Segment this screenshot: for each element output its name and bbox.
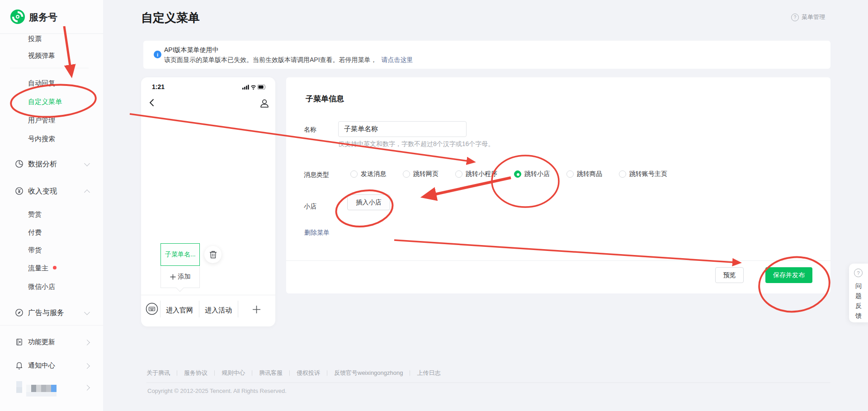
sidebar-item-user-management[interactable]: 用户管理: [28, 116, 55, 125]
form-divider: [286, 260, 830, 261]
sidebar-section-income[interactable]: 收入变现: [0, 186, 103, 197]
bar-divider: [160, 301, 160, 317]
official-account-logo-icon: [10, 9, 25, 24]
radio-label: 跳转账号主页: [629, 170, 667, 178]
question-mark-icon: ?: [854, 269, 863, 277]
sidebar-item-traffic[interactable]: 流量主: [28, 264, 48, 273]
compass-icon: [15, 308, 24, 317]
stop-menu-link[interactable]: 请点击这里: [381, 56, 413, 63]
add-menu-icon[interactable]: [252, 305, 261, 314]
sidebar-item-video-danmu[interactable]: 视频弹幕: [28, 51, 55, 60]
save-publish-button[interactable]: 保存并发布: [765, 267, 812, 283]
sidebar-section-ads-services[interactable]: 广告与服务: [0, 307, 103, 318]
menu-bar-divider: [141, 295, 275, 295]
page-title: 自定义菜单: [141, 10, 200, 26]
footer-link-terms[interactable]: 服务协议: [184, 369, 208, 377]
pie-chart-icon: [15, 160, 24, 168]
chevron-down-icon: [84, 309, 90, 315]
message-type-label: 消息类型: [304, 171, 329, 179]
copyright-text: Copyright © 2012-2025 Tencent. All Right…: [147, 387, 287, 394]
account-name: 服务号: [29, 11, 57, 24]
sidebar-item-vote[interactable]: 投票: [28, 34, 42, 43]
sidebar-section-data-analytics[interactable]: 数据分析: [0, 159, 103, 170]
submenu-form-card: 子菜单信息 名称 仅支持中英文和数字，字数不超过8个汉字或16个字母。 消息类型…: [286, 77, 830, 293]
submenu-selected-item[interactable]: 子菜单名...: [160, 243, 200, 266]
feedback-panel[interactable]: ? 问题反馈: [849, 264, 868, 322]
sidebar-section-label: 收入变现: [28, 187, 57, 196]
delete-menu-link[interactable]: 删除菜单: [304, 229, 330, 237]
radio-label: 跳转小程序: [466, 170, 497, 178]
radio-send-message[interactable]: 发送消息: [350, 170, 386, 178]
footer-link-feedback-account[interactable]: 反馈官号weixingongzhong: [334, 369, 403, 377]
sidebar-item-label: 功能更新: [28, 338, 55, 346]
yuan-circle-icon: [15, 187, 24, 195]
menu-bar-item-official-site[interactable]: 进入官网: [166, 306, 193, 315]
delete-submenu-button[interactable]: [204, 246, 222, 263]
name-hint: 仅支持中英文和数字，字数不超过8个汉字或16个字母。: [338, 140, 494, 148]
chevron-down-icon: [84, 161, 90, 166]
bar-divider: [199, 301, 199, 317]
chevron-right-icon: [84, 340, 90, 345]
radio-jump-product[interactable]: 跳转商品: [566, 170, 602, 178]
phone-preview: 1:21 子菜单名... 添加 进入官网: [141, 77, 275, 326]
radio-jump-miniprogram[interactable]: 跳转小程序: [455, 170, 497, 178]
radio-jump-webpage[interactable]: 跳转网页: [403, 170, 439, 178]
insert-store-button[interactable]: 插入小店: [347, 194, 390, 210]
menu-bar-item-activity[interactable]: 进入活动: [205, 306, 232, 315]
radio-jump-account-home[interactable]: 跳转账号主页: [619, 170, 667, 178]
footer-link-about[interactable]: 关于腾讯: [146, 369, 170, 377]
message-type-options: 发送消息 跳转网页 跳转小程序 跳转小店 跳转商品 跳转账号主页: [350, 170, 667, 178]
footer-link-support[interactable]: 腾讯客服: [259, 369, 283, 377]
plus-icon: [170, 274, 176, 280]
name-label: 名称: [304, 126, 316, 134]
notification-dot: [53, 266, 57, 269]
radio-label: 跳转商品: [577, 170, 602, 178]
chevron-right-icon: [84, 363, 90, 369]
sidebar-item-custom-menu[interactable]: 自定义菜单: [28, 97, 62, 106]
sidebar-item-paid[interactable]: 付费: [28, 228, 42, 237]
profile-icon[interactable]: [259, 99, 269, 109]
radio-circle-icon: [455, 170, 462, 178]
status-icons: [242, 84, 267, 90]
feedback-label: 问题反馈: [855, 281, 862, 321]
footer-link-upload-log[interactable]: 上传日志: [417, 369, 440, 377]
keyboard-toggle-icon[interactable]: [146, 302, 158, 315]
radio-label: 跳转小店: [524, 170, 550, 178]
radio-circle-icon: [566, 170, 574, 178]
api-menu-notice-banner: i API版本菜单使用中 该页面显示的菜单版本已失效。当前生效版本请调用API查…: [143, 41, 830, 69]
sidebar-item-reward[interactable]: 赞赏: [28, 210, 42, 219]
radio-jump-store[interactable]: 跳转小店: [514, 170, 550, 178]
menu-help-label: 菜单管理: [802, 13, 825, 21]
footer-link-rules[interactable]: 规则中心: [222, 369, 245, 377]
sidebar-divider: [10, 68, 89, 68]
radio-label: 发送消息: [361, 170, 386, 178]
sidebar: 服务号 投票 视频弹幕 自动回复 自定义菜单 用户管理 号内搜索 数据分析 收入…: [0, 0, 103, 411]
radio-circle-icon: [350, 170, 358, 178]
preview-button[interactable]: 预览: [715, 267, 744, 283]
banner-title: API版本菜单使用中: [164, 46, 219, 54]
footer-divider: [146, 383, 830, 383]
radio-circle-icon: [619, 170, 626, 178]
sidebar-section-label: 广告与服务: [28, 308, 64, 318]
menu-management-help[interactable]: ? 菜单管理: [791, 13, 825, 21]
sidebar-item-redacted[interactable]: [0, 382, 103, 393]
store-label: 小店: [304, 203, 316, 211]
add-label: 添加: [178, 273, 191, 281]
book-star-icon: [15, 338, 24, 346]
sidebar-divider: [0, 325, 103, 326]
banner-body: 该页面显示的菜单版本已失效。当前生效版本请调用API查看。若停用菜单， 请点击这…: [164, 56, 413, 64]
radio-circle-icon: [403, 170, 410, 178]
sidebar-item-goods[interactable]: 带货: [28, 246, 42, 255]
submenu-name-input[interactable]: [338, 121, 467, 137]
sidebar-item-account-search[interactable]: 号内搜索: [28, 134, 55, 143]
sidebar-item-notification-center[interactable]: 通知中心: [0, 360, 103, 371]
sidebar-item-feature-updates[interactable]: 功能更新: [0, 337, 103, 348]
sidebar-item-auto-reply[interactable]: 自动回复: [28, 79, 55, 88]
footer-links: 关于腾讯 服务协议 规则中心 腾讯客服 侵权投诉 反馈官号weixingongz…: [146, 369, 440, 377]
chevron-up-icon: [84, 189, 90, 195]
footer-link-report[interactable]: 侵权投诉: [297, 369, 320, 377]
form-title: 子菜单信息: [306, 94, 344, 104]
account-header: 服务号: [0, 0, 103, 34]
back-icon[interactable]: [148, 99, 156, 107]
sidebar-item-wechat-store[interactable]: 微信小店: [28, 282, 55, 291]
